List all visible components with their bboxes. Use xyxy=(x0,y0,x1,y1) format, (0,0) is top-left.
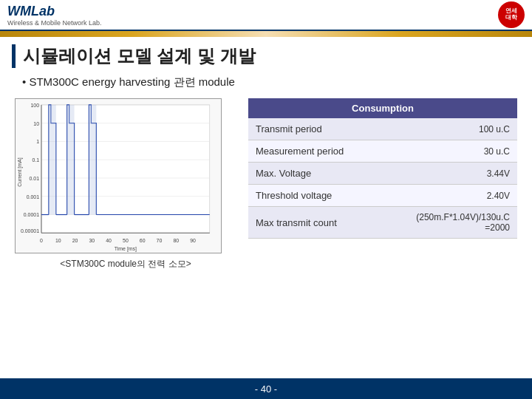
page-title: 시뮬레이션 모델 설계 및 개발 xyxy=(23,44,256,68)
chart-caption: <STM300C module의 전력 소모> xyxy=(15,258,236,270)
footer-page-number: - 40 - xyxy=(255,383,277,395)
table-row: Measurement period30 u.C xyxy=(248,140,517,163)
svg-text:0.00001: 0.00001 xyxy=(21,228,39,233)
svg-text:Current [mA]: Current [mA] xyxy=(17,157,23,186)
table-cell-value: 30 u.C xyxy=(379,140,517,163)
svg-text:60: 60 xyxy=(140,238,146,243)
svg-text:10: 10 xyxy=(55,238,61,243)
table-cell-value: 3.44V xyxy=(379,163,517,185)
logo-subtitle: Wireless & Mobile Network Lab. xyxy=(7,19,102,27)
svg-rect-32 xyxy=(49,105,56,215)
svg-text:0.1: 0.1 xyxy=(32,157,39,163)
svg-text:20: 20 xyxy=(72,238,78,243)
accent-bar xyxy=(0,31,532,37)
consumption-table: Consumption Transmit period100 u.CMeasur… xyxy=(248,98,517,239)
table-row: Max transmit count(250m.F*1.04V)/130u.C … xyxy=(248,207,517,239)
table-cell-value: 2.40V xyxy=(379,185,517,207)
table-cell-label: Measurement period xyxy=(248,140,379,163)
svg-text:80: 80 xyxy=(173,238,179,243)
header: WMLab Wireless & Mobile Network Lab. 연세대… xyxy=(0,0,532,31)
table-row: Transmit period100 u.C xyxy=(248,118,517,140)
table-cell-value: 100 u.C xyxy=(379,118,517,140)
logo-area: WMLab Wireless & Mobile Network Lab. xyxy=(7,4,102,27)
svg-text:0.001: 0.001 xyxy=(27,194,39,200)
table-area: Consumption Transmit period100 u.CMeasur… xyxy=(248,98,517,239)
svg-text:40: 40 xyxy=(106,238,112,243)
table-cell-label: Transmit period xyxy=(248,118,379,140)
table-row: Threshold voltage2.40V xyxy=(248,185,517,207)
svg-text:10: 10 xyxy=(33,121,39,126)
chart-area: 100 10 1 0.1 0.01 0.001 0.0001 0.00001 0… xyxy=(15,98,236,270)
svg-text:70: 70 xyxy=(157,238,163,243)
table-cell-label: Max. Voltage xyxy=(248,163,379,185)
svg-text:30: 30 xyxy=(89,238,95,243)
chart-box: 100 10 1 0.1 0.01 0.001 0.0001 0.00001 0… xyxy=(15,98,222,253)
page-title-area: 시뮬레이션 모델 설계 및 개발 xyxy=(0,37,532,72)
table-cell-value: (250m.F*1.04V)/130u.C =2000 xyxy=(379,207,517,239)
university-logo-icon: 연세대학 xyxy=(498,1,525,28)
bullet-section: • STM300C energy harvesting 관련 module xyxy=(0,72,532,94)
table-cell-label: Max transmit count xyxy=(248,207,379,239)
logo-title: WMLab xyxy=(7,4,102,19)
svg-text:Time [ms]: Time [ms] xyxy=(115,246,137,252)
svg-text:0: 0 xyxy=(40,238,43,243)
svg-text:0.0001: 0.0001 xyxy=(24,212,39,217)
table-header: Consumption xyxy=(248,98,517,118)
table-body: Transmit period100 u.CMeasurement period… xyxy=(248,118,517,239)
bullet-text: • STM300C energy harvesting 관련 module xyxy=(22,75,235,88)
footer: - 40 - xyxy=(0,378,532,399)
svg-text:100: 100 xyxy=(30,103,39,108)
chart-svg: 100 10 1 0.1 0.01 0.001 0.0001 0.00001 0… xyxy=(16,99,221,253)
table-cell-label: Threshold voltage xyxy=(248,185,379,207)
svg-text:1: 1 xyxy=(36,139,39,144)
title-accent-bar xyxy=(12,44,16,68)
svg-text:90: 90 xyxy=(190,238,196,243)
svg-rect-34 xyxy=(89,105,96,215)
svg-rect-33 xyxy=(67,105,75,215)
table-row: Max. Voltage3.44V xyxy=(248,163,517,185)
svg-text:50: 50 xyxy=(123,238,129,243)
main-content: 100 10 1 0.1 0.01 0.001 0.0001 0.00001 0… xyxy=(0,94,532,273)
svg-text:0.01: 0.01 xyxy=(30,176,40,181)
